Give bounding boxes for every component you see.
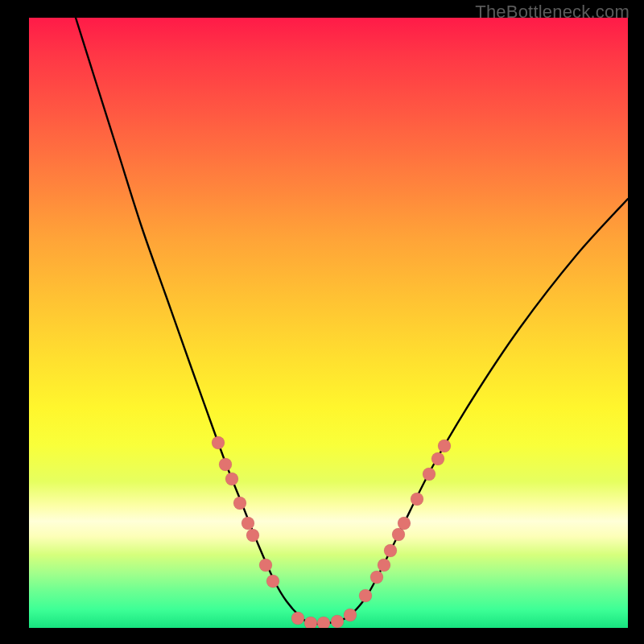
curve-marker <box>438 440 451 452</box>
curve-marker <box>246 529 259 542</box>
curve-marker <box>331 615 344 628</box>
plot-area <box>29 18 628 628</box>
curve-marker <box>219 458 232 471</box>
curve-marker <box>291 612 304 625</box>
curve-marker <box>384 544 397 557</box>
curve-marker <box>431 452 444 465</box>
curve-marker <box>398 517 411 530</box>
curve-markers <box>212 436 451 628</box>
curve-marker <box>212 436 225 449</box>
curve-marker <box>411 493 423 506</box>
curve-marker <box>423 468 436 481</box>
watermark-text: TheBottleneck.com <box>475 2 630 23</box>
curve-marker <box>304 617 317 628</box>
bottleneck-curve-svg <box>29 18 628 628</box>
curve-marker <box>266 575 279 588</box>
chart-frame: TheBottleneck.com <box>0 0 644 644</box>
curve-marker <box>233 497 246 510</box>
curve-marker <box>242 517 254 530</box>
curve-marker <box>392 528 405 541</box>
curve-marker <box>359 589 372 602</box>
curve-marker <box>378 559 390 572</box>
curve-marker <box>317 617 330 628</box>
curve-marker <box>259 559 272 572</box>
curve-marker <box>370 571 383 584</box>
curve-marker <box>344 609 357 621</box>
curve-marker <box>225 473 238 485</box>
bottleneck-curve-path <box>76 18 628 624</box>
